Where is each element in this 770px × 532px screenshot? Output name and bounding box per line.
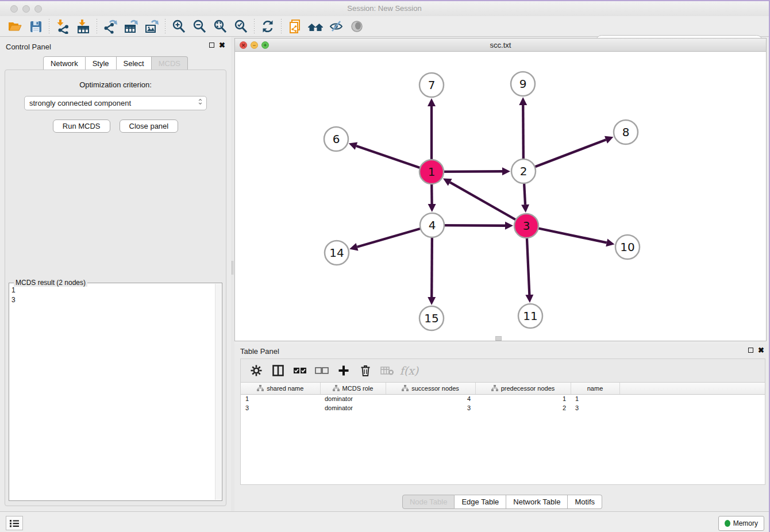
zoom-out-icon[interactable]: [189, 17, 210, 36]
add-column-icon[interactable]: [334, 361, 353, 380]
memory-label: Memory: [733, 519, 758, 527]
status-bar: Memory: [0, 511, 769, 532]
table-cell[interactable]: dominator: [320, 394, 386, 403]
delete-table-icon[interactable]: [378, 361, 397, 380]
clone-network-icon[interactable]: [284, 17, 305, 36]
task-history-button[interactable]: [6, 516, 23, 530]
float-panel-icon[interactable]: [209, 43, 214, 48]
tab-mcds[interactable]: MCDS: [152, 56, 188, 71]
import-table-icon[interactable]: [73, 17, 94, 36]
gear-icon[interactable]: [247, 361, 266, 380]
table-cell[interactable]: 4: [386, 394, 475, 403]
gray-sphere-icon[interactable]: [346, 17, 367, 36]
run-mcds-button[interactable]: Run MCDS: [53, 119, 110, 133]
table-row[interactable]: 1dominator411: [241, 394, 765, 403]
node-table: shared nameMCDS rolesuccessor nodesprede…: [240, 383, 765, 485]
table-panel-title: Table Panel: [240, 347, 279, 356]
mcds-result-list[interactable]: 13: [11, 286, 215, 499]
graph-edge-arrow: [428, 98, 436, 106]
column-selector-icon[interactable]: [268, 361, 288, 380]
graph-node-label: 15: [424, 311, 438, 325]
table-cell[interactable]: 1: [571, 394, 619, 403]
table-cell[interactable]: dominator: [320, 403, 386, 413]
splitter-grip-icon: [232, 261, 233, 275]
optimization-criterion-label: Optimization criterion:: [5, 80, 226, 89]
deselect-all-icon[interactable]: [312, 361, 332, 380]
graph-edge-arrow: [505, 222, 513, 230]
network-window-titlebar[interactable]: ✕ − + scc.txt: [235, 38, 766, 52]
close-panel-button[interactable]: Close panel: [120, 119, 179, 133]
import-network-icon[interactable]: [52, 17, 73, 36]
network-canvas[interactable]: 7968124314101511: [235, 52, 766, 341]
criterion-select[interactable]: strongly connected component: [24, 96, 207, 110]
close-panel-icon[interactable]: ✖: [219, 42, 225, 48]
tab-node-table[interactable]: Node Table: [402, 495, 455, 509]
tab-select[interactable]: Select: [117, 56, 152, 71]
table-cell[interactable]: 1: [241, 394, 320, 403]
table-tabs: Node TableEdge TableNetwork TableMotifs: [234, 495, 770, 509]
graph-node-label: 2: [520, 164, 528, 178]
table-panel: Table Panel ✖ f(x) shared nameMCDS: [234, 344, 770, 511]
fit-content-icon[interactable]: [210, 17, 230, 36]
graph-node-label: 8: [622, 125, 630, 139]
graph-node-label: 6: [333, 132, 340, 146]
column-header-shared-name[interactable]: shared name: [241, 383, 320, 394]
delete-column-icon[interactable]: [356, 361, 375, 380]
float-table-panel-icon[interactable]: [748, 348, 753, 353]
export-image-icon[interactable]: [141, 17, 162, 36]
table-cell[interactable]: 2: [475, 403, 571, 413]
control-panel: Control Panel ✖ NetworkStyleSelectMCDS O…: [0, 37, 231, 511]
result-scrollbar[interactable]: [215, 284, 221, 500]
tab-style[interactable]: Style: [86, 56, 117, 71]
mcds-tab-content: Optimization criterion: strongly connect…: [5, 70, 226, 506]
graph-edge-2-8[interactable]: [523, 140, 606, 171]
window-title: Session: New Session: [0, 4, 769, 13]
graph-edge-arrow: [525, 295, 533, 303]
network-view-window: ✕ − + scc.txt 7968124314101511: [234, 38, 767, 341]
export-table-icon[interactable]: [121, 17, 141, 36]
graph-node-label: 11: [523, 309, 537, 323]
graph-edge-3-1[interactable]: [450, 182, 526, 226]
column-header-name[interactable]: name: [571, 383, 619, 394]
graph-edge-arrow: [519, 97, 527, 105]
table-cell[interactable]: 1: [475, 394, 571, 403]
network-graph: 7968124314101511: [235, 52, 766, 341]
tab-motifs[interactable]: Motifs: [568, 495, 602, 509]
tab-network-table[interactable]: Network Table: [506, 495, 568, 509]
app-titlebar: Session: New Session: [0, 1, 769, 16]
table-cell[interactable]: 3: [241, 403, 320, 413]
tab-edge-table[interactable]: Edge Table: [455, 495, 506, 509]
table-cell[interactable]: 3: [386, 403, 475, 413]
toolbar-separator: [165, 19, 165, 34]
column-header-predecessor-nodes[interactable]: predecessor nodes: [475, 383, 571, 394]
select-stepper-icon: [198, 99, 202, 105]
graph-edge-arrow: [606, 239, 614, 247]
save-session-icon[interactable]: [25, 17, 46, 36]
column-header-successor-nodes[interactable]: successor nodes: [386, 383, 475, 394]
close-table-panel-icon[interactable]: ✖: [758, 347, 764, 353]
table-cell[interactable]: 3: [571, 403, 619, 413]
toolbar-separator: [254, 19, 255, 34]
graph-node-label: 9: [519, 77, 527, 91]
zoom-selected-icon[interactable]: [230, 17, 251, 36]
tab-network[interactable]: Network: [43, 56, 86, 71]
toolbar-separator: [281, 19, 282, 34]
toolbar-separator: [49, 19, 49, 34]
list-icon: [10, 519, 19, 527]
export-network-icon[interactable]: [100, 17, 121, 36]
canvas-splitter-grip[interactable]: [495, 336, 502, 341]
column-header-MCDS-role[interactable]: MCDS role: [320, 383, 386, 394]
graph-node-label: 7: [428, 78, 436, 92]
result-line: 3: [11, 295, 215, 305]
refresh-icon[interactable]: [257, 17, 278, 36]
graph-edge-arrow: [349, 243, 358, 250]
select-all-icon[interactable]: [290, 361, 310, 380]
first-neighbors-icon[interactable]: [305, 17, 326, 36]
memory-button[interactable]: Memory: [718, 516, 764, 531]
open-file-icon[interactable]: [5, 17, 25, 36]
table-row[interactable]: 3dominator323: [241, 403, 765, 413]
function-builder-icon[interactable]: f(x): [399, 361, 419, 380]
zoom-in-icon[interactable]: [168, 17, 189, 36]
hide-selected-icon[interactable]: [326, 17, 346, 36]
graph-node-label: 1: [428, 165, 436, 179]
